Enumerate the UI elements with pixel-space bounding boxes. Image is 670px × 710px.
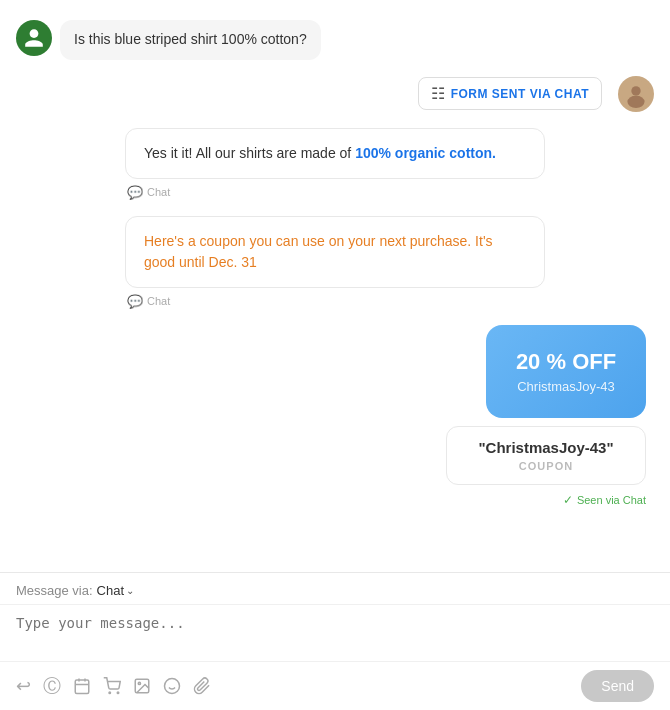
coupon-code-text: "ChristmasJoy-43": [463, 439, 629, 456]
bot-reply-2-source-label: Chat: [147, 295, 170, 307]
bot-reply-2-wrap: Here's a coupon you can use on your next…: [125, 216, 545, 309]
calendar-icon[interactable]: [73, 677, 91, 695]
coupon-label: COUPON: [463, 460, 629, 472]
channel-name: Chat: [97, 583, 124, 598]
form-sent-row: ☷ FORM SENT VIA CHAT: [16, 76, 654, 112]
coupon-card: 20 % OFF ChristmasJoy-43: [486, 325, 646, 418]
user-message-text: Is this blue striped shirt 100% cotton?: [74, 31, 307, 47]
bot-reply-1-source: 💬 Chat: [125, 185, 545, 200]
form-icon: ☷: [431, 84, 445, 103]
svg-point-8: [117, 692, 119, 694]
svg-point-2: [627, 95, 644, 107]
bot-reply-1-before: Yes it it! All our shirts are made of: [144, 145, 355, 161]
input-area: Message via: Chat ⌄ ↩ Ⓒ: [0, 572, 670, 710]
cart-icon[interactable]: [103, 677, 121, 695]
user-avatar-icon: [23, 27, 45, 49]
chat-bubble-icon-1: 💬: [127, 185, 143, 200]
image-icon[interactable]: [133, 677, 151, 695]
bot-reply-1-wrap: Yes it it! All our shirts are made of 10…: [125, 128, 545, 200]
bot-reply-2-date: Dec. 31: [209, 254, 257, 270]
chat-bubble-icon-2: 💬: [127, 294, 143, 309]
svg-rect-3: [75, 680, 89, 694]
agent-avatar-img: [622, 80, 650, 108]
form-sent-label: FORM SENT VIA CHAT: [451, 87, 589, 101]
chevron-down-icon: ⌄: [126, 585, 134, 596]
toolbar-row: ↩ Ⓒ: [0, 661, 670, 710]
channel-dropdown[interactable]: Chat ⌄: [97, 583, 134, 598]
svg-point-1: [631, 86, 640, 95]
bot-bubble-2: Here's a coupon you can use on your next…: [125, 216, 545, 288]
user-avatar: [16, 20, 52, 56]
coupon-wrap: 20 % OFF ChristmasJoy-43 "ChristmasJoy-4…: [16, 325, 654, 485]
svg-point-10: [138, 682, 140, 684]
bot-bubble-1: Yes it it! All our shirts are made of 10…: [125, 128, 545, 179]
emoji-icon[interactable]: [163, 677, 181, 695]
seen-row: ✓ Seen via Chat: [16, 493, 654, 507]
coupon-discount: 20 % OFF: [502, 349, 630, 375]
coupon-detail: "ChristmasJoy-43" COUPON: [446, 426, 646, 485]
form-sent-badge: ☷ FORM SENT VIA CHAT: [418, 77, 602, 110]
message-input[interactable]: [0, 605, 670, 657]
reply-icon[interactable]: ↩: [16, 675, 31, 697]
seen-check-icon: ✓: [563, 493, 573, 507]
seen-text: Seen via Chat: [577, 494, 646, 506]
svg-point-7: [109, 692, 111, 694]
via-label: Message via:: [16, 583, 93, 598]
svg-point-11: [165, 679, 180, 694]
message-via-row: Message via: Chat ⌄: [0, 573, 670, 605]
user-message-row: Is this blue striped shirt 100% cotton?: [16, 20, 654, 60]
bot-reply-1-highlight: 100% organic cotton.: [355, 145, 496, 161]
bot-reply-2-text: Here's a coupon you can use on your next…: [144, 233, 493, 270]
bot-reply-1-source-label: Chat: [147, 186, 170, 198]
attach-icon[interactable]: [193, 677, 211, 695]
send-button[interactable]: Send: [581, 670, 654, 702]
coupon-code-on-card: ChristmasJoy-43: [502, 379, 630, 394]
user-bubble: Is this blue striped shirt 100% cotton?: [60, 20, 321, 60]
agent-avatar: [618, 76, 654, 112]
bot-reply-2-source: 💬 Chat: [125, 294, 545, 309]
dollar-icon[interactable]: Ⓒ: [43, 674, 61, 698]
